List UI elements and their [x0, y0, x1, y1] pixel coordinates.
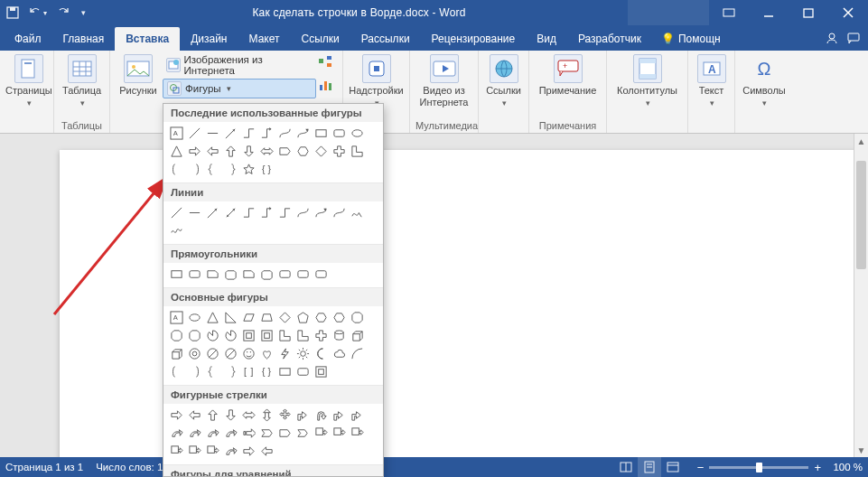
- text-button[interactable]: A Текст: [694, 52, 729, 108]
- maximize-icon[interactable]: [789, 0, 828, 25]
- tab-file[interactable]: Файл: [4, 27, 52, 51]
- shape-rect[interactable]: [313, 126, 329, 141]
- shape-snip-same[interactable]: [241, 267, 257, 282]
- zoom-in-icon[interactable]: +: [814, 461, 821, 474]
- arr-bent-up[interactable]: [350, 407, 365, 423]
- shape-half-frame[interactable]: [259, 328, 275, 343]
- shape-snip-1[interactable]: [205, 267, 220, 282]
- status-page[interactable]: Страница 1 из 1: [5, 462, 83, 472]
- shape-arrow-lr[interactable]: [259, 144, 275, 159]
- tab-view[interactable]: Вид: [526, 27, 567, 51]
- shape-dodecagon[interactable]: [187, 328, 202, 343]
- shape-round-2[interactable]: [295, 267, 311, 282]
- shape-L2[interactable]: [277, 328, 293, 343]
- shape-trap[interactable]: [259, 310, 275, 325]
- shape-elbow-darrow[interactable]: [277, 205, 293, 220]
- shape-textbox[interactable]: A: [169, 126, 184, 141]
- shape-snip-diag[interactable]: [259, 267, 275, 282]
- shape-line-h[interactable]: [187, 205, 202, 220]
- smartart-icon[interactable]: [318, 54, 336, 72]
- scroll-thumb[interactable]: [856, 161, 866, 269]
- shape-brace-r[interactable]: [223, 162, 238, 177]
- shape-diag-stripe[interactable]: [295, 328, 311, 343]
- arr-chevron[interactable]: [295, 426, 311, 441]
- shape-round-1[interactable]: [277, 267, 293, 282]
- shape-brace-pair[interactable]: {}: [259, 162, 275, 177]
- zoom-value[interactable]: 100 %: [826, 462, 863, 472]
- comment-button[interactable]: + Примечание: [535, 52, 601, 97]
- shape-arrow-up[interactable]: [223, 144, 238, 159]
- shape-connector-curve[interactable]: [277, 126, 293, 141]
- scroll-down-icon[interactable]: ▼: [854, 443, 868, 457]
- tab-home[interactable]: Главная: [52, 27, 116, 51]
- shape-pie[interactable]: [205, 328, 220, 343]
- tab-insert[interactable]: Вставка: [115, 27, 180, 51]
- shape-round-rect[interactable]: [331, 126, 347, 141]
- table-button[interactable]: Таблица: [60, 52, 104, 108]
- view-print-layout-icon[interactable]: [638, 457, 661, 477]
- shape-rtri[interactable]: [223, 310, 238, 325]
- shape-cube[interactable]: [350, 328, 365, 343]
- shape-line-arrow[interactable]: [223, 126, 238, 141]
- arr-callout-r[interactable]: [313, 426, 329, 441]
- shape-arc[interactable]: [350, 346, 365, 361]
- shape-decagon[interactable]: [169, 328, 184, 343]
- shape-para[interactable]: [241, 310, 257, 325]
- shape-L[interactable]: [350, 144, 365, 159]
- shape-brace-l[interactable]: [205, 162, 220, 177]
- tab-review[interactable]: Рецензирование: [421, 27, 527, 51]
- shape-round-diag[interactable]: [313, 267, 329, 282]
- arr-pentagon[interactable]: [277, 426, 293, 441]
- shape-connector-curve-arrow[interactable]: [295, 126, 311, 141]
- arr-curved-right[interactable]: [169, 426, 184, 441]
- tab-design[interactable]: Дизайн: [180, 27, 238, 51]
- shape-arrow-left[interactable]: [205, 144, 220, 159]
- shape-freeform[interactable]: [350, 205, 365, 220]
- shape-cloud[interactable]: [331, 346, 347, 361]
- shape-folded-corner[interactable]: [295, 364, 311, 379]
- shape-line-arrow[interactable]: [205, 205, 220, 220]
- shape-bracket-l[interactable]: [169, 162, 184, 177]
- shape-oct[interactable]: [350, 310, 365, 325]
- shape-elbow[interactable]: [241, 205, 257, 220]
- undo-icon[interactable]: ▾: [25, 0, 51, 25]
- vertical-scrollbar[interactable]: ▲ ▼: [854, 134, 868, 457]
- shape-scribble[interactable]: [169, 223, 184, 238]
- shape-heptagon[interactable]: [331, 310, 347, 325]
- shape-plus[interactable]: [331, 144, 347, 159]
- tell-me[interactable]: 💡Помощн: [652, 27, 730, 51]
- shape-lbracket[interactable]: [169, 364, 184, 379]
- ribbon-display-icon[interactable]: [709, 0, 749, 25]
- shape-textbox2[interactable]: A: [169, 310, 184, 325]
- shape-curve[interactable]: [295, 205, 311, 220]
- shape-moon[interactable]: [313, 346, 329, 361]
- shape-heart[interactable]: [259, 346, 275, 361]
- shape-plaque[interactable]: [277, 364, 293, 379]
- shape-connector-elbow-arrow[interactable]: [259, 126, 275, 141]
- arr-callout-l[interactable]: [350, 426, 365, 441]
- view-web-layout-icon[interactable]: [661, 457, 685, 477]
- shape-line[interactable]: [187, 126, 202, 141]
- shape-tri[interactable]: [205, 310, 220, 325]
- shape-brackets[interactable]: []: [241, 364, 257, 379]
- shape-pentagon-arrow[interactable]: [277, 144, 293, 159]
- shape-bracket-r[interactable]: [187, 162, 202, 177]
- tab-mailings[interactable]: Рассылки: [350, 27, 421, 51]
- shape-frame2[interactable]: [313, 364, 329, 379]
- arr-callout-u[interactable]: [169, 444, 184, 459]
- shape-dia[interactable]: [277, 310, 293, 325]
- shape-plus2[interactable]: [313, 328, 329, 343]
- account-area[interactable]: [628, 0, 709, 25]
- shape-line-darrow[interactable]: [223, 205, 238, 220]
- shape-chord[interactable]: [223, 328, 238, 343]
- arr-right[interactable]: [169, 407, 184, 423]
- addins-button[interactable]: Надстройки: [349, 52, 404, 108]
- tab-layout[interactable]: Макет: [238, 27, 291, 51]
- arr-up[interactable]: [205, 407, 220, 423]
- shape-diamond[interactable]: [313, 144, 329, 159]
- shape-line-h[interactable]: [205, 126, 220, 141]
- zoom-slider[interactable]: [709, 466, 808, 469]
- shape-no[interactable]: [205, 346, 220, 361]
- arr-updown[interactable]: [259, 407, 275, 423]
- shape-triangle[interactable]: [169, 144, 184, 159]
